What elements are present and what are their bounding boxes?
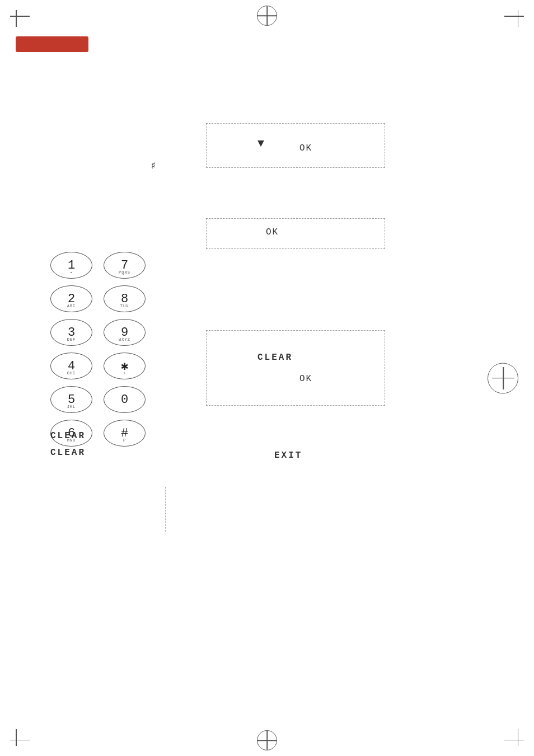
key-7[interactable]: 7 PQRS bbox=[104, 252, 146, 279]
key-0[interactable]: 0 bbox=[104, 386, 146, 413]
key-hash-sub: P bbox=[123, 438, 126, 443]
key-5-sub: JKL bbox=[67, 405, 76, 409]
dashed-box-bottom bbox=[206, 330, 385, 406]
down-arrow-icon: ▼ bbox=[257, 137, 264, 150]
clear-label-box[interactable]: CLEAR bbox=[257, 353, 293, 363]
reg-line bbox=[10, 740, 30, 741]
key-1-sub: • bbox=[70, 270, 73, 275]
keypad: 1 • 7 PQRS 2 ABC 8 TUV 3 DEF 9 WXYZ 4 GH… bbox=[50, 252, 154, 450]
ok-label-bottom[interactable]: OK bbox=[299, 374, 312, 384]
reg-line bbox=[518, 10, 519, 27]
dashed-box-top bbox=[206, 123, 385, 168]
key-8-sub: TUV bbox=[120, 304, 129, 308]
key-0-main: 0 bbox=[121, 393, 128, 407]
reg-line bbox=[16, 10, 17, 27]
label-bar bbox=[16, 36, 88, 52]
key-9-sub: WXYZ bbox=[119, 337, 130, 342]
key-4-sub: GHI bbox=[67, 371, 76, 375]
vertical-dashed-line bbox=[165, 487, 166, 532]
hash-symbol: ♯ bbox=[150, 159, 156, 172]
crosshair-bottom bbox=[257, 730, 277, 750]
ok-label-middle[interactable]: OK bbox=[266, 227, 279, 237]
key-1[interactable]: 1 • bbox=[50, 252, 92, 279]
reg-line bbox=[10, 16, 30, 17]
crosshair-right bbox=[492, 367, 514, 389]
ok-label-top[interactable]: OK bbox=[299, 143, 312, 153]
exit-label[interactable]: EXIT bbox=[274, 450, 302, 461]
reg-line bbox=[518, 729, 519, 746]
dashed-box-middle bbox=[206, 218, 385, 249]
reg-line bbox=[504, 16, 524, 17]
key-hash[interactable]: # P bbox=[104, 420, 146, 447]
key-5[interactable]: 5 JKL bbox=[50, 386, 92, 413]
key-star[interactable]: ✱ + bbox=[104, 353, 146, 379]
crosshair-top bbox=[257, 6, 277, 26]
key-9[interactable]: 9 WXYZ bbox=[104, 319, 146, 346]
key-2[interactable]: 2 ABC bbox=[50, 285, 92, 312]
key-8[interactable]: 8 TUV bbox=[104, 285, 146, 312]
key-4[interactable]: 4 GHI bbox=[50, 353, 92, 379]
key-7-sub: PQRS bbox=[119, 270, 130, 275]
key-3-sub: DEF bbox=[67, 337, 76, 342]
reg-line bbox=[16, 729, 17, 746]
key-2-sub: ABC bbox=[67, 304, 76, 308]
key-3[interactable]: 3 DEF bbox=[50, 319, 92, 346]
clear-label-2[interactable]: CLEAR bbox=[50, 448, 86, 458]
clear-label-1[interactable]: CLEAR bbox=[50, 431, 86, 441]
key-star-sub: + bbox=[123, 371, 126, 375]
reg-line bbox=[504, 740, 524, 741]
